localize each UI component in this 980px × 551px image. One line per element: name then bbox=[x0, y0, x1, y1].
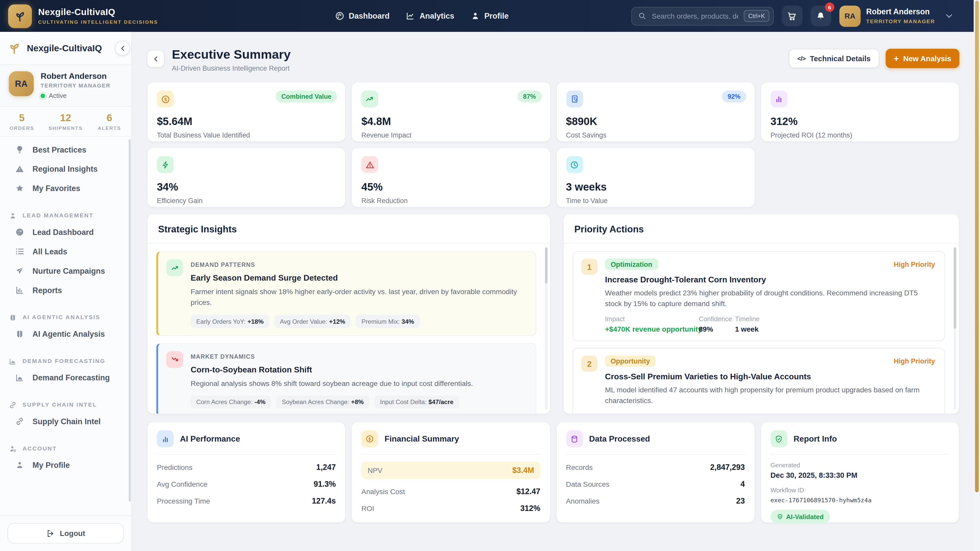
action-2: 2 Opportunity High Priority Cross-Sell P… bbox=[573, 348, 945, 413]
panel-title: Strategic Insights bbox=[148, 214, 550, 244]
page-scrollbar[interactable] bbox=[974, 0, 980, 551]
sidebar-item-best-practices[interactable]: Best Practices bbox=[9, 140, 124, 159]
sidebar-collapse-button[interactable] bbox=[115, 41, 130, 56]
sidebar-user-card: RA Robert Anderson TERRITORY MANAGER Act… bbox=[0, 65, 131, 107]
page-title: Executive Summary bbox=[172, 47, 291, 62]
section-account: ACCOUNT bbox=[9, 441, 124, 455]
receipt-icon bbox=[566, 91, 583, 107]
npv-row: NPV $3.4M bbox=[361, 462, 540, 479]
brand-name: Nexgile-CultivaIQ bbox=[38, 7, 158, 18]
notification-count-badge: 6 bbox=[825, 3, 834, 12]
insight-tag: Corn Acres Change:-4% bbox=[191, 395, 271, 408]
insight-tag: Soybean Acres Change:+8% bbox=[276, 395, 369, 408]
cart-button[interactable] bbox=[782, 6, 802, 26]
user-gear-icon bbox=[9, 445, 17, 453]
action-category-badge: Optimization bbox=[605, 259, 658, 270]
card-title: AI Performance bbox=[180, 434, 240, 444]
notifications-button[interactable]: 6 bbox=[811, 6, 831, 26]
sidebar-item-supply-chain-intel[interactable]: Supply Chain Intel bbox=[9, 412, 124, 431]
insight-tag: Avg Order Value:+12% bbox=[274, 314, 351, 327]
sidebar-item-all-leads[interactable]: All Leads bbox=[9, 242, 124, 261]
action-title: Cross-Sell Premium Varieties to High-Val… bbox=[605, 372, 935, 381]
sidebar-item-regional-insights[interactable]: Regional Insights bbox=[9, 159, 124, 179]
nav-dashboard[interactable]: Dashboard bbox=[335, 11, 390, 21]
action-1: 1 Optimization High Priority Increase Dr… bbox=[573, 251, 945, 341]
clock-icon bbox=[566, 156, 583, 173]
metric-value: 3 weeks bbox=[566, 181, 745, 194]
metric-efficiency-gain: 34% Efficiency Gain bbox=[147, 148, 346, 207]
panels-row: Strategic Insights DEMAND PATTERNS Early… bbox=[147, 214, 959, 414]
trend-down-icon bbox=[166, 351, 183, 368]
scrollbar-thumb[interactable] bbox=[954, 248, 956, 329]
search-icon bbox=[638, 12, 646, 20]
database-icon bbox=[566, 430, 583, 447]
main-content: Executive Summary AI-Driven Business Int… bbox=[132, 32, 974, 551]
page-subtitle: AI-Driven Business Intelligence Report bbox=[172, 64, 291, 72]
sidebar-item-reports[interactable]: Reports bbox=[9, 281, 124, 300]
technical-details-button[interactable]: </> Technical Details bbox=[789, 49, 879, 68]
trend-up-icon bbox=[361, 91, 378, 107]
screen: Nexgile-CultivaIQ CULTIVATING INTELLIGEN… bbox=[0, 0, 980, 551]
sidebar-item-demand-forecasting[interactable]: Demand Forecasting bbox=[9, 368, 124, 387]
search-input[interactable] bbox=[651, 11, 740, 20]
metric-revenue-impact: 87% $4.8M Revenue Impact bbox=[352, 82, 550, 142]
metric-value: $890K bbox=[566, 116, 745, 128]
user-menu[interactable]: RA Robert Anderson TERRITORY MANAGER bbox=[839, 5, 953, 27]
navbar-right: Ctrl+K 6 RA Robert Anderson TERRITORY MA… bbox=[631, 0, 953, 32]
sidebar-item-nurture-campaigns[interactable]: Nurture Campaigns bbox=[9, 261, 124, 281]
sidebar-item-lead-dashboard[interactable]: Lead Dashboard bbox=[9, 222, 124, 242]
profile-icon bbox=[471, 11, 480, 21]
nav-profile[interactable]: Profile bbox=[471, 11, 509, 21]
insight-category: DEMAND PATTERNS bbox=[191, 261, 527, 268]
insight-title: Corn-to-Soybean Rotation Shift bbox=[191, 365, 473, 374]
new-analysis-button[interactable]: + New Analysis bbox=[886, 49, 959, 68]
metric-projected-roi: 312% Projected ROI (12 months) bbox=[760, 82, 959, 142]
avatar: RA bbox=[839, 5, 861, 27]
insight-description: Regional analysis shows 8% shift toward … bbox=[191, 378, 473, 389]
main-nav: Dashboard Analytics Profile bbox=[335, 0, 509, 32]
bar-chart-icon bbox=[770, 91, 788, 107]
user-name: Robert Anderson bbox=[41, 71, 110, 81]
strategic-insights-list[interactable]: DEMAND PATTERNS Early Season Demand Surg… bbox=[148, 244, 550, 413]
avatar: RA bbox=[9, 71, 34, 96]
sidebar-item-my-profile[interactable]: My Profile bbox=[9, 455, 124, 475]
action-category-badge: Opportunity bbox=[605, 356, 655, 367]
generated-label: Generated bbox=[770, 462, 950, 468]
page-scrollbar-thumb[interactable] bbox=[975, 0, 979, 492]
sidebar-scrollbar[interactable] bbox=[128, 139, 130, 502]
metric-cost-savings: 92% $890K Cost Savings bbox=[556, 82, 755, 142]
back-button[interactable] bbox=[147, 50, 165, 68]
bar-chart-icon bbox=[157, 430, 174, 447]
action-title: Increase Drought-Tolerant Corn Inventory bbox=[605, 275, 935, 284]
page-header: Executive Summary AI-Driven Business Int… bbox=[147, 47, 959, 72]
global-search[interactable]: Ctrl+K bbox=[631, 6, 773, 25]
ai-validated-badge: AI-Validated bbox=[770, 510, 830, 524]
sidebar-item-ai-agentic-analysis[interactable]: AI Agentic Analysis bbox=[9, 324, 124, 344]
app-body: Nexgile-CultivaIQ RA Robert Anderson TER… bbox=[0, 32, 974, 551]
metric-label: Cost Savings bbox=[566, 131, 745, 138]
card-title: Report Info bbox=[794, 434, 837, 444]
sprout-logo-icon bbox=[8, 4, 32, 28]
metric-label: Efficiency Gain bbox=[157, 197, 336, 204]
user-name: Robert Anderson bbox=[866, 8, 935, 17]
nav-analytics[interactable]: Analytics bbox=[406, 11, 454, 21]
metric-value: $5.64M bbox=[157, 116, 336, 128]
bottom-cards-row: AI Performance Predictions 1,247 Avg Con… bbox=[147, 422, 959, 523]
logout-button[interactable]: Logout bbox=[7, 523, 124, 544]
scrollbar-thumb[interactable] bbox=[545, 248, 548, 284]
report-chart-icon bbox=[15, 286, 24, 295]
status: Active bbox=[41, 92, 110, 99]
card-title: Data Processed bbox=[589, 434, 650, 444]
action-description: Weather models predict 23% higher probab… bbox=[605, 288, 935, 309]
sidebar-brand: Nexgile-CultivaIQ bbox=[0, 32, 131, 65]
link-icon bbox=[9, 401, 17, 409]
workflow-id-value: exec-1767106891570-hyhwm5z4a bbox=[770, 497, 950, 503]
stat-row: Predictions 1,247 bbox=[157, 463, 336, 472]
stat-shipments: 12 SHIPMENTS bbox=[44, 113, 87, 131]
plus-icon: + bbox=[894, 54, 899, 63]
warning-triangle-icon bbox=[15, 164, 24, 174]
timeline-label: Timeline bbox=[735, 315, 935, 322]
sidebar-item-my-favorites[interactable]: My Favorites bbox=[9, 179, 124, 198]
stat-row: Processing Time 127.4s bbox=[157, 497, 336, 505]
priority-actions-list[interactable]: 1 Optimization High Priority Increase Dr… bbox=[564, 244, 959, 413]
